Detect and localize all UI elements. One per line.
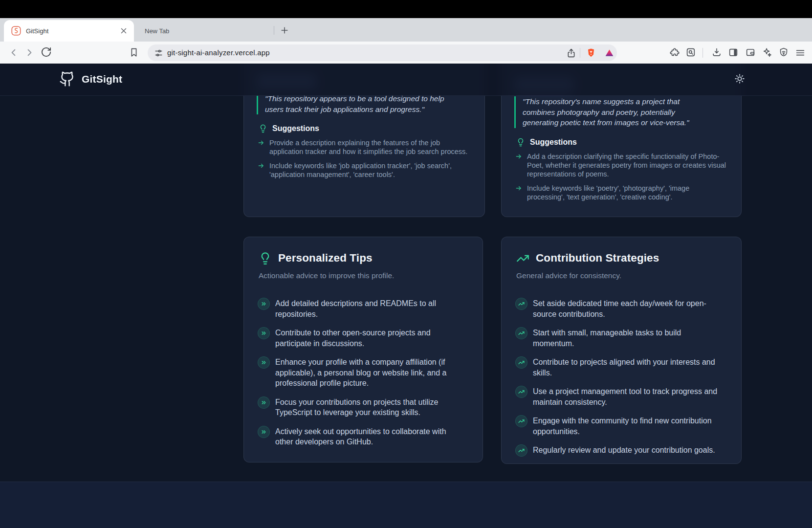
brave-shield-icon[interactable]: [586, 47, 596, 58]
bookmark-icon[interactable]: [129, 47, 139, 58]
brand-name: GitSight: [82, 73, 122, 85]
tab-divider: [274, 26, 274, 35]
trending-up-icon: [515, 386, 527, 398]
vpn-shield-icon[interactable]: [778, 47, 789, 58]
sidebar-icon[interactable]: [728, 47, 739, 58]
brave-rewards-icon[interactable]: [604, 48, 614, 58]
personalized-tips-card: Personalized Tips Actionable advice to i…: [243, 237, 483, 462]
share-icon[interactable]: [566, 48, 576, 58]
card-title: Personalized Tips: [278, 252, 373, 264]
strategy-item: Regularly review and update your contrib…: [515, 444, 726, 457]
gitsight-page: "This repository appears to be a tool de…: [0, 64, 812, 528]
arrow-right-icon: [515, 185, 522, 201]
page-content: "This repository appears to be a tool de…: [0, 64, 812, 528]
chevrons-right-icon: [258, 396, 270, 409]
url-bar-separator: [580, 48, 580, 58]
forward-icon[interactable]: [24, 47, 35, 58]
page-footer: [0, 482, 812, 528]
search-in-tab-icon[interactable]: [685, 47, 696, 58]
card-subtitle: Actionable advice to improve this profil…: [259, 271, 468, 280]
repo-ai-quote: "This repository appears to be a tool de…: [257, 93, 462, 114]
trending-up-icon: [515, 298, 527, 310]
tab-title: GitSight: [26, 27, 119, 35]
tip-item: Actively seek out opportunities to colla…: [258, 426, 468, 447]
tip-item: Enhance your profile with a company affi…: [258, 356, 468, 389]
brand[interactable]: GitSight: [59, 71, 122, 87]
browser-tab-strip: GitSight New Tab: [0, 18, 812, 42]
lightbulb-icon: [259, 252, 272, 265]
site-header: GitSight: [0, 64, 812, 96]
suggestion-item: Provide a description explaining the fea…: [258, 138, 472, 156]
tab-new-tab[interactable]: New Tab: [135, 20, 260, 42]
tab-title: New Tab: [145, 27, 169, 35]
lightbulb-icon: [516, 138, 525, 147]
repo-ai-quote: "This repository's name suggests a proje…: [514, 96, 698, 128]
lightbulb-icon: [259, 124, 267, 133]
trending-up-icon: [515, 356, 527, 369]
wallet-icon[interactable]: [745, 47, 756, 58]
tip-item: Contribute to other open-source projects…: [258, 327, 468, 349]
tab-gitsight[interactable]: GitSight: [4, 20, 134, 42]
tune-icon[interactable]: [154, 48, 163, 58]
extensions-icon[interactable]: [669, 47, 680, 58]
chevrons-right-icon: [258, 426, 270, 438]
arrow-right-icon: [258, 139, 264, 156]
trending-up-icon: [515, 415, 527, 427]
url-bar[interactable]: git-sight-ai-analyzer.vercel.app: [148, 44, 617, 61]
strategy-item: Set aside dedicated time each day/week f…: [515, 298, 726, 319]
trending-up-icon: [515, 444, 527, 457]
gitsight-favicon-icon: [11, 25, 22, 36]
back-icon[interactable]: [8, 47, 19, 58]
suggestion-item: Include keywords like 'job application t…: [258, 161, 472, 179]
suggestions-title: Suggestions: [530, 138, 577, 147]
trending-up-icon: [516, 252, 529, 265]
download-icon[interactable]: [711, 47, 722, 58]
strategy-item: Start with small, manageable tasks to bu…: [515, 327, 726, 349]
tab-close-icon[interactable]: [119, 26, 128, 35]
contribution-strategies-card: Contribution Strategies General advice f…: [501, 237, 742, 464]
strategy-item: Contribute to projects aligned with your…: [515, 356, 726, 378]
arrow-right-icon: [515, 153, 522, 178]
strategy-item: Use a project management tool to track p…: [515, 386, 726, 407]
tip-item: Add detailed descriptions and READMEs to…: [258, 298, 468, 319]
chevrons-right-icon: [258, 298, 270, 310]
browser-toolbar: git-sight-ai-analyzer.vercel.app: [0, 42, 812, 64]
github-logo-icon: [59, 71, 75, 87]
strategy-item: Engage with the community to find new co…: [515, 415, 726, 437]
url-text: git-sight-ai-analyzer.vercel.app: [167, 48, 270, 57]
suggestion-item: Add a description clarifying the specifi…: [515, 152, 728, 178]
toolbar-separator: [702, 48, 703, 58]
suggestion-item: Include keywords like 'poetry', 'photogr…: [515, 184, 728, 201]
theme-toggle-sun-icon[interactable]: [734, 73, 746, 85]
leo-ai-icon[interactable]: [762, 47, 772, 58]
card-subtitle: General advice for consistency.: [516, 271, 726, 280]
trending-up-icon: [515, 327, 527, 339]
card-title: Contribution Strategies: [536, 252, 659, 264]
new-tab-button[interactable]: [280, 25, 289, 35]
reload-icon[interactable]: [41, 46, 52, 58]
chevrons-right-icon: [258, 327, 270, 339]
chevrons-right-icon: [258, 356, 270, 369]
tip-item: Focus your contributions on projects tha…: [258, 396, 468, 418]
menu-icon[interactable]: [795, 47, 806, 58]
suggestions-title: Suggestions: [272, 124, 319, 133]
os-top-bar: [0, 0, 812, 18]
arrow-right-icon: [258, 162, 264, 179]
